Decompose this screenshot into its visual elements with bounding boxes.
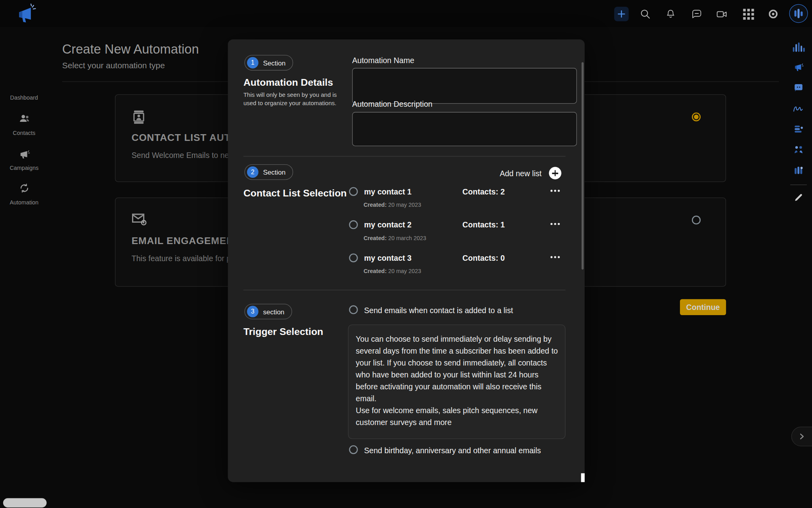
trigger-option-description: You can choose to send immediately or de… — [356, 333, 560, 428]
top-bar — [0, 0, 812, 27]
people-pair-icon — [793, 144, 804, 155]
toolbar-divider — [790, 185, 807, 185]
contact-card-icon — [132, 110, 146, 125]
megaphone-icon — [793, 62, 804, 72]
sidebar-item-contacts[interactable]: Contacts — [0, 113, 48, 136]
trigger-option-list-added[interactable]: Send emails when contact is added to a l… — [349, 305, 513, 315]
card-radio-unselected[interactable] — [692, 216, 701, 224]
app-screen: Dashboard Contacts Campaigns Automation — [0, 0, 812, 508]
list-created: Created: 20 may 2023 — [364, 268, 421, 274]
section-1-title: Automation Details — [243, 77, 333, 88]
left-sidebar: Dashboard Contacts Campaigns Automation — [0, 27, 48, 508]
list-radio[interactable] — [349, 220, 358, 229]
list-radio[interactable] — [349, 187, 358, 196]
toolbar-form-button[interactable] — [792, 122, 805, 136]
automation-description-input[interactable] — [352, 112, 577, 146]
list-contacts-count: Contacts: 0 — [462, 254, 505, 262]
toolbar-audience-button[interactable] — [792, 143, 805, 156]
more-options-icon[interactable] — [550, 190, 560, 192]
toolbar-chatbot-button[interactable] — [792, 81, 805, 94]
section-2-title: Contact List Selection — [243, 188, 347, 199]
trigger-option-label: Send birthday, anniversary and other ann… — [364, 445, 541, 455]
sidebar-item-dashboard[interactable]: Dashboard — [0, 78, 48, 100]
list-created: Created: 20 may 2023 — [364, 202, 421, 208]
trigger-option-birthday[interactable]: Send birthday, anniversary and other ann… — [349, 445, 541, 455]
poll-columns-icon — [793, 165, 804, 176]
sidebar-item-automation[interactable]: Automation — [0, 183, 48, 205]
contacts-people-icon — [18, 113, 30, 125]
bell-icon — [665, 8, 676, 20]
section-divider — [243, 156, 565, 156]
chat-icon — [691, 8, 702, 20]
plus-circle-icon — [549, 167, 561, 179]
section-number: 2 — [247, 166, 259, 178]
section-3-title: Trigger Selection — [243, 326, 323, 338]
expand-panel-button[interactable] — [791, 427, 812, 446]
gear-icon — [767, 8, 779, 20]
card-title: EMAIL ENGAGEMENT — [132, 235, 240, 247]
sidebar-item-label: Campaigns — [0, 165, 48, 171]
bottom-scroll-pill[interactable] — [3, 498, 47, 508]
toolbar-edit-button[interactable] — [792, 191, 805, 204]
profile-avatar[interactable] — [789, 4, 808, 23]
toolbar-equalizer-button[interactable] — [792, 40, 805, 54]
megaphone-icon — [18, 148, 30, 160]
section-label: section — [263, 308, 285, 316]
section-label: Section — [263, 168, 286, 176]
search-button[interactable] — [638, 7, 653, 21]
page-subtitle: Select your automation type — [62, 61, 165, 71]
toolbar-signature-button[interactable] — [792, 102, 805, 115]
automation-name-input[interactable] — [352, 68, 577, 104]
add-new-list-label: Add new list — [500, 169, 542, 177]
equalizer-icon — [793, 42, 804, 52]
toolbar-campaign-button[interactable] — [792, 60, 805, 74]
signature-icon — [793, 103, 804, 114]
radio-dot — [694, 115, 699, 119]
modal-scrollbar-thumb[interactable] — [581, 473, 584, 482]
chat-bot-icon — [793, 83, 804, 93]
sync-arrows-icon — [18, 183, 30, 194]
toolbar-poll-button[interactable] — [792, 164, 805, 177]
automation-description-label: Automation Description — [352, 100, 433, 108]
notifications-button[interactable] — [663, 7, 678, 21]
plus-icon — [618, 10, 625, 17]
list-radio[interactable] — [349, 254, 358, 262]
more-options-icon[interactable] — [550, 256, 560, 258]
modal-scrollbar-track[interactable] — [582, 62, 584, 269]
section-divider — [243, 290, 565, 290]
more-options-icon[interactable] — [550, 223, 560, 225]
pencil-icon — [793, 192, 804, 203]
created-label: Created: — [364, 202, 387, 208]
automation-name-label: Automation Name — [352, 56, 414, 65]
add-button[interactable] — [614, 7, 629, 21]
list-contacts-count: Contacts: 2 — [462, 187, 505, 196]
created-date: 20 may 2023 — [388, 202, 421, 208]
apps-button[interactable] — [741, 7, 756, 21]
section-number: 1 — [247, 57, 259, 69]
apps-grid-icon — [743, 9, 746, 12]
sidebar-item-campaigns[interactable]: Campaigns — [0, 148, 48, 171]
app-logo-megaphone-icon[interactable] — [15, 3, 37, 25]
page-title: Create New Automation — [62, 41, 199, 56]
create-automation-modal: 1 Section Automation Details This will o… — [228, 39, 585, 482]
created-label: Created: — [364, 268, 387, 274]
continue-button[interactable]: Continue — [680, 299, 726, 315]
video-camera-icon — [716, 8, 728, 20]
list-name: my contact 2 — [364, 220, 412, 229]
sidebar-item-label: Contacts — [0, 130, 48, 136]
section-3-badge: 3 section — [244, 304, 292, 319]
card-radio-selected[interactable] — [692, 112, 701, 121]
list-created: Created: 20 march 2023 — [364, 235, 426, 241]
video-button[interactable] — [715, 7, 730, 21]
trigger-radio[interactable] — [349, 445, 358, 454]
trigger-radio[interactable] — [349, 305, 358, 314]
section-label: Section — [263, 59, 286, 67]
messages-button[interactable] — [689, 7, 704, 21]
form-list-icon — [793, 124, 804, 134]
created-label: Created: — [364, 235, 387, 241]
trigger-option-label: Send emails when contact is added to a l… — [364, 305, 513, 315]
created-date: 20 may 2023 — [388, 268, 421, 274]
settings-button[interactable] — [766, 7, 781, 21]
section-2-badge: 2 Section — [244, 164, 293, 180]
add-new-list-button[interactable]: Add new list — [500, 167, 561, 179]
